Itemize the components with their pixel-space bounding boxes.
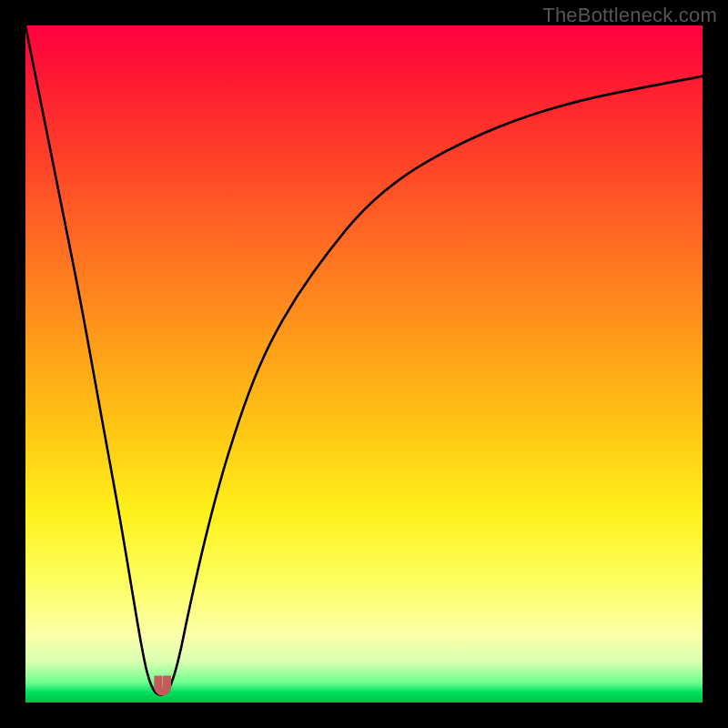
bottleneck-curve xyxy=(25,25,703,695)
chart-plot-area xyxy=(25,25,703,703)
chart-frame: TheBottleneck.com xyxy=(0,0,728,728)
chart-svg xyxy=(25,25,703,703)
bottleneck-minimum-marker xyxy=(154,676,171,696)
watermark-text: TheBottleneck.com xyxy=(542,4,717,27)
